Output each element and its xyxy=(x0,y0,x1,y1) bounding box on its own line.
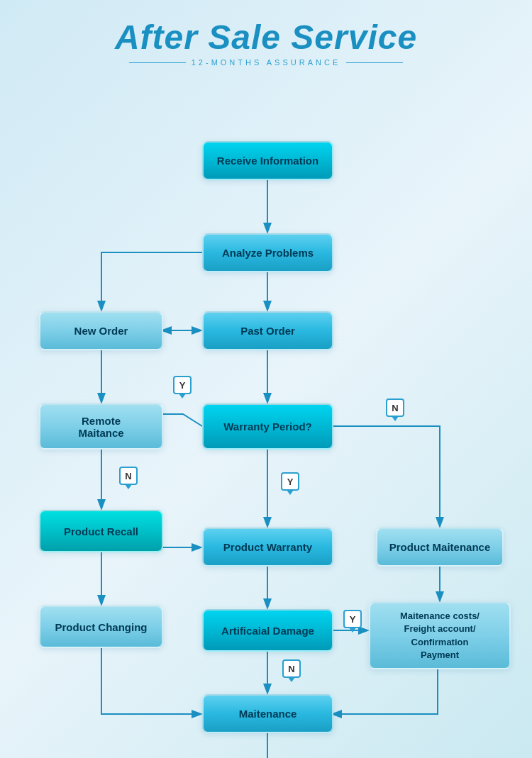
box-prodmaint: Product Maitenance xyxy=(376,528,504,567)
main-title: After Sale Service xyxy=(0,18,532,57)
box-receive: Receive Information xyxy=(202,141,333,180)
subtitle: 12-MONTHS ASSURANCE xyxy=(0,58,532,67)
label-y-warranty: Y xyxy=(173,376,192,394)
label-y-prodwarranty: Y xyxy=(281,472,299,491)
label-n-warranty: N xyxy=(386,398,404,417)
title-section: After Sale Service 12-MONTHS ASSURANCE xyxy=(0,7,532,70)
box-maintcosts: Maitenance costs/ Freight account/ Confi… xyxy=(369,602,511,669)
label-y-artdamage: Y xyxy=(343,610,362,628)
label-n-remote: N xyxy=(119,467,138,485)
box-warranty: Warranty Period? xyxy=(202,403,333,450)
box-changing: Product Changing xyxy=(39,606,163,648)
box-pastorder: Past Order xyxy=(202,311,333,350)
box-recall: Product Recall xyxy=(39,510,163,552)
flowchart: Receive Information Analyze Problems New… xyxy=(0,74,532,758)
page: After Sale Service 12-MONTHS ASSURANCE xyxy=(0,0,532,758)
box-maitenance: Maitenance xyxy=(202,694,333,733)
box-artdamage: Artificaial Damage xyxy=(202,609,333,652)
box-remote: Remote Maitance xyxy=(39,403,163,450)
box-neworder: New Order xyxy=(39,311,163,350)
label-n-artdamage: N xyxy=(282,659,301,678)
box-prodwarranty: Product Warranty xyxy=(202,528,333,567)
box-analyze: Analyze Problems xyxy=(202,233,333,272)
